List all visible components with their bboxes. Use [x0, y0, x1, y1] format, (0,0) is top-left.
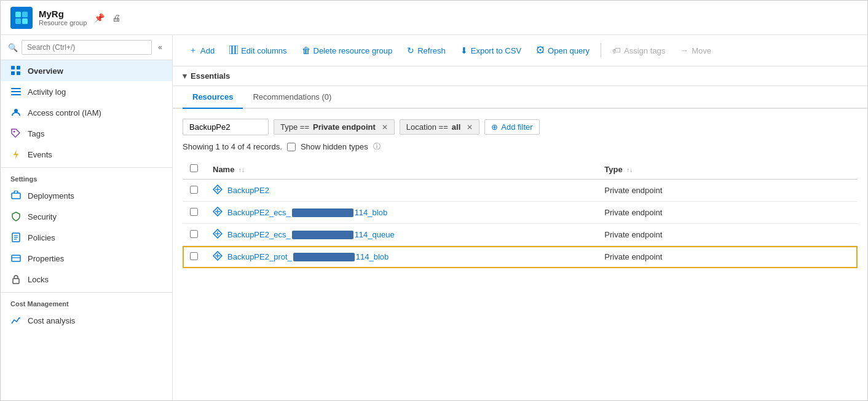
row-checkbox-3[interactable] — [190, 252, 198, 260]
svg-rect-14 — [12, 193, 20, 199]
sidebar-item-access-control[interactable]: Access control (IAM) — [1, 102, 172, 123]
add-button[interactable]: ＋ Add — [183, 41, 221, 60]
row-type-1: Private endpoint — [597, 202, 858, 224]
app-subtitle: Resource group — [39, 19, 87, 26]
show-hidden-types-checkbox[interactable] — [287, 143, 296, 151]
row-type-2: Private endpoint — [597, 224, 858, 246]
sidebar-item-security[interactable]: Security — [1, 206, 172, 227]
svg-marker-13 — [14, 150, 18, 159]
show-hidden-types-label: Show hidden types — [301, 142, 368, 151]
tag-icon — [10, 128, 22, 139]
svg-rect-19 — [12, 255, 20, 261]
type-sort-icon[interactable]: ↑↓ — [626, 167, 633, 173]
sidebar-item-security-label: Security — [28, 212, 57, 221]
sidebar-item-cost-analysis-label: Cost analysis — [28, 316, 75, 325]
refresh-button[interactable]: ↻ Refresh — [401, 42, 452, 59]
name-header: Name ↑↓ — [205, 159, 597, 180]
select-all-checkbox[interactable] — [190, 164, 198, 172]
sidebar-item-cost-analysis[interactable]: Cost analysis — [1, 310, 172, 331]
svg-rect-1 — [22, 12, 28, 17]
location-filter-label: Location == — [406, 122, 448, 132]
tab-resources[interactable]: Resources — [183, 86, 243, 109]
svg-rect-6 — [11, 71, 15, 75]
svg-rect-23 — [232, 46, 235, 54]
table-row: BackupPE2_ecs_114_blobPrivate endpoint — [183, 202, 858, 224]
table-row: BackupPE2_ecs_114_queuePrivate endpoint — [183, 224, 858, 246]
refresh-icon: ↻ — [407, 46, 414, 55]
row-type-3: Private endpoint — [597, 246, 858, 268]
private-endpoint-icon — [213, 251, 223, 263]
sidebar-item-tags-label: Tags — [28, 129, 44, 138]
svg-point-26 — [540, 49, 542, 50]
name-sort-icon[interactable]: ↑↓ — [239, 167, 245, 173]
row-checkbox-0[interactable] — [190, 186, 198, 194]
edit-columns-button[interactable]: Edit columns — [223, 42, 293, 60]
type-filter-tag: Type == Private endpoint ✕ — [274, 119, 395, 135]
private-endpoint-icon — [213, 207, 223, 218]
private-endpoint-icon — [213, 229, 223, 240]
sidebar-item-policies[interactable]: Policies — [1, 227, 172, 248]
collapse-sidebar-button[interactable]: « — [156, 43, 165, 52]
sidebar-item-overview-label: Overview — [28, 66, 63, 76]
person-icon — [10, 107, 22, 118]
row-name-link-3[interactable]: BackupPE2_prot_114_blob — [227, 252, 389, 262]
sidebar-item-tags[interactable]: Tags — [1, 123, 172, 144]
app-logo — [10, 7, 33, 29]
list-icon — [10, 86, 22, 97]
move-button[interactable]: → Move — [674, 42, 717, 59]
type-header: Type ↑↓ — [597, 159, 858, 180]
move-icon: → — [680, 46, 688, 55]
delete-button[interactable]: 🗑 Delete resource group — [296, 42, 399, 59]
sidebar-item-access-control-label: Access control (IAM) — [28, 108, 101, 117]
sidebar-item-properties[interactable]: Properties — [1, 248, 172, 269]
toolbar: ＋ Add Edit columns 🗑 Delete resource gro… — [173, 35, 867, 66]
svg-point-12 — [14, 131, 15, 133]
row-name-link-1[interactable]: BackupPE2_ecs_114_blob — [227, 208, 387, 218]
filter-search-input[interactable] — [183, 119, 269, 135]
type-filter-label: Type == — [280, 122, 309, 132]
row-checkbox-2[interactable] — [190, 230, 198, 238]
svg-rect-8 — [11, 88, 21, 89]
search-input[interactable] — [22, 40, 152, 55]
toolbar-separator — [601, 43, 601, 58]
export-button[interactable]: ⬇ Export to CSV — [454, 42, 527, 59]
location-filter-close[interactable]: ✕ — [467, 123, 473, 132]
sidebar-item-overview[interactable]: Overview — [1, 60, 172, 81]
assign-tags-icon: 🏷 — [612, 46, 621, 55]
table-row: BackupPE2Private endpoint — [183, 180, 858, 202]
print-icon[interactable]: 🖨 — [112, 13, 120, 23]
sidebar-item-deployments-label: Deployments — [28, 191, 74, 200]
open-query-button[interactable]: Open query — [530, 42, 596, 60]
location-filter-tag: Location == all ✕ — [400, 119, 479, 135]
sidebar-item-activity-log[interactable]: Activity log — [1, 81, 172, 102]
sidebar-item-events-label: Events — [28, 150, 52, 159]
sidebar-item-policies-label: Policies — [28, 233, 55, 242]
row-checkbox-1[interactable] — [190, 208, 198, 216]
location-filter-value: all — [452, 122, 460, 132]
svg-rect-24 — [235, 46, 238, 54]
security-icon — [10, 211, 22, 222]
svg-rect-3 — [22, 18, 28, 24]
resources-content: Type == Private endpoint ✕ Location == a… — [173, 109, 867, 400]
sidebar-item-events[interactable]: Events — [1, 144, 172, 165]
sidebar-item-deployments[interactable]: Deployments — [1, 185, 172, 206]
assign-tags-button[interactable]: 🏷 Assign tags — [606, 42, 671, 59]
info-icon: ⓘ — [373, 141, 381, 152]
svg-rect-5 — [17, 66, 20, 69]
svg-rect-22 — [229, 46, 232, 54]
essentials-label: Essentials — [191, 71, 230, 81]
cost-section-label: Cost Management — [1, 292, 172, 310]
svg-rect-2 — [15, 18, 21, 24]
row-type-0: Private endpoint — [597, 180, 858, 202]
sidebar-item-locks[interactable]: Locks — [1, 269, 172, 290]
tab-recommendations[interactable]: Recommendations (0) — [243, 86, 341, 109]
add-filter-button[interactable]: ⊕ Add filter — [484, 119, 539, 135]
row-name-link-0[interactable]: BackupPE2 — [227, 186, 269, 195]
type-filter-close[interactable]: ✕ — [382, 123, 388, 132]
essentials-bar[interactable]: ▾ Essentials — [173, 66, 867, 86]
row-name-link-2[interactable]: BackupPE2_ecs_114_queue — [227, 230, 395, 240]
grid-icon — [10, 65, 22, 76]
private-endpoint-icon — [213, 185, 223, 196]
pin-icon[interactable]: 📌 — [94, 13, 105, 23]
records-count: Showing 1 to 4 of 4 records. — [183, 142, 282, 151]
